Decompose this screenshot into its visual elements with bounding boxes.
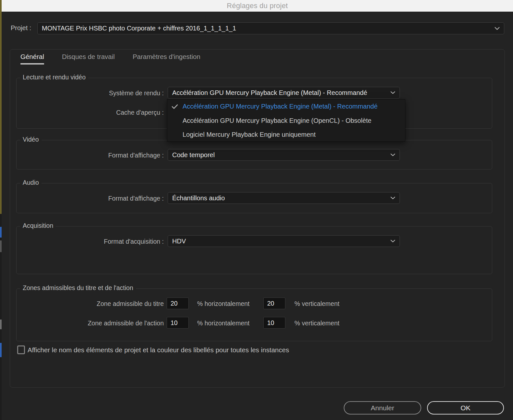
video-display-format-value: Code temporel [172, 151, 215, 159]
dialog-title: Réglages du projet [227, 2, 288, 10]
capture-format-label: Format d'acquisition : [0, 238, 164, 245]
background-sliver-segment [0, 214, 2, 227]
preview-cache-label: Cache d'aperçu : [0, 109, 164, 116]
project-select[interactable]: MONTAGE Prix HSBC photo Corporate + chif… [37, 22, 504, 34]
title-safe-vertical-input[interactable] [263, 298, 285, 309]
vertical-percent-suffix: % verticalement [294, 320, 340, 327]
tab-general[interactable]: Général [20, 53, 44, 64]
checkmark-icon [172, 104, 178, 109]
background-sliver-segment [0, 238, 2, 240]
horizontal-percent-suffix: % horizontalement [197, 300, 250, 308]
chevron-down-icon [390, 91, 395, 94]
group-video-legend: Vidéo [20, 136, 42, 143]
dialog-titlebar: Réglages du projet [2, 0, 513, 12]
menu-item-label: Logiciel Mercury Playback Engine uniquem… [183, 131, 316, 138]
action-safe-zone-label: Zone admissible de l'action [0, 320, 164, 327]
background-sliver-segment [0, 240, 2, 252]
group-safe-zones-legend: Zones admissibles du titre et de l'actio… [20, 284, 136, 292]
background-sliver-segment [0, 357, 2, 420]
video-display-format-select[interactable]: Code temporel [168, 149, 400, 161]
tab-scratch-disks[interactable]: Disques de travail [62, 53, 115, 64]
vertical-percent-suffix: % verticalement [294, 300, 340, 308]
ok-button[interactable]: OK [427, 401, 504, 414]
chevron-down-icon [495, 27, 500, 30]
menu-item-label: Accélération GPU Mercury Playback Engine… [183, 103, 377, 110]
menu-item-opencl[interactable]: Accélération GPU Mercury Playback Engine… [167, 114, 405, 128]
desktop-background-sliver [0, 0, 2, 420]
video-display-format-label: Format d'affichage : [0, 152, 164, 159]
title-safe-zone-label: Zone admissible du titre [0, 300, 164, 308]
capture-format-value: HDV [172, 238, 186, 245]
renderer-select[interactable]: Accélération GPU Mercury Playback Engine… [168, 87, 400, 99]
renderer-label: Système de rendu : [0, 89, 164, 97]
project-select-value: MONTAGE Prix HSBC photo Corporate + chif… [42, 25, 236, 32]
audio-display-format-label: Format d'affichage : [0, 195, 164, 202]
cancel-button[interactable]: Annuler [344, 401, 421, 414]
renderer-select-value: Accélération GPU Mercury Playback Engine… [172, 89, 367, 97]
background-sliver-segment [0, 227, 2, 238]
renderer-dropdown-menu: Accélération GPU Mercury Playback Engine… [167, 99, 405, 142]
chevron-down-icon [390, 197, 395, 200]
background-sliver-segment [0, 343, 2, 357]
horizontal-percent-suffix: % horizontalement [197, 320, 250, 327]
chevron-down-icon [390, 240, 395, 243]
capture-format-select[interactable]: HDV [168, 235, 400, 247]
group-safe-zones: Zones admissibles du titre et de l'actio… [16, 288, 492, 341]
background-sliver-segment [0, 329, 2, 343]
title-safe-horizontal-input[interactable] [167, 298, 189, 309]
action-safe-horizontal-input[interactable] [167, 317, 189, 329]
menu-item-software[interactable]: Logiciel Mercury Playback Engine uniquem… [167, 128, 405, 142]
audio-display-format-select[interactable]: Échantillons audio [168, 192, 400, 204]
group-capture-legend: Acquisition [20, 222, 56, 229]
action-safe-vertical-input[interactable] [263, 317, 285, 329]
display-project-item-names-checkbox[interactable] [17, 345, 25, 354]
group-capture: Acquisition [16, 226, 492, 274]
background-sliver-segment [0, 0, 2, 214]
audio-display-format-value: Échantillons audio [172, 194, 225, 202]
chevron-down-icon [390, 154, 395, 157]
group-audio-legend: Audio [20, 179, 42, 186]
background-sliver-segment [0, 252, 2, 320]
project-label: Projet : [11, 24, 31, 32]
tab-ingest-settings[interactable]: Paramètres d'ingestion [133, 53, 200, 64]
background-sliver-segment [0, 320, 2, 329]
group-playback-legend: Lecture et rendu vidéo [20, 74, 88, 81]
menu-item-label: Accélération GPU Mercury Playback Engine… [183, 117, 371, 124]
tab-bar: Général Disques de travail Paramètres d'… [20, 53, 200, 64]
display-project-item-names-label: Afficher le nom des éléments de projet e… [28, 346, 289, 354]
menu-item-metal[interactable]: Accélération GPU Mercury Playback Engine… [167, 99, 405, 114]
